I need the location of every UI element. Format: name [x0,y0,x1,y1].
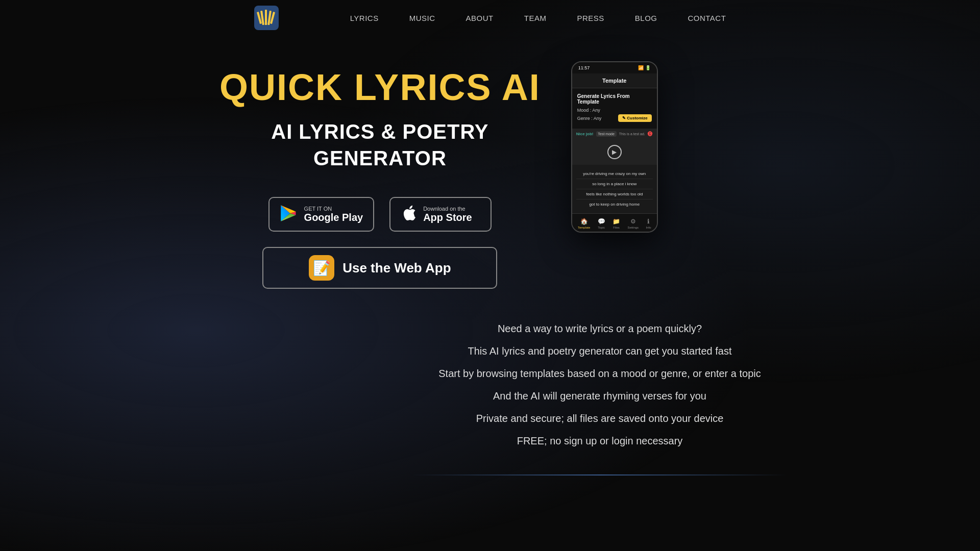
nav-link-about[interactable]: ABOUT [466,14,494,22]
phone-indicators: 📶 🔋 [638,65,651,70]
phone-play-button[interactable]: ▶ [607,145,622,159]
phone-customize-button[interactable]: ✎ Customize [618,114,652,122]
main-content: QUICK LYRICS AI AI LYRICS & POETRY GENER… [0,36,980,527]
phone-time: 11:57 [578,65,590,70]
description-section: Need a way to write lyrics or a poem qui… [329,289,870,474]
google-play-icon [280,204,298,224]
navigation: LYRICS MUSIC ABOUT TEAM PRESS BLOG CONTA… [0,0,980,36]
nav-link-contact[interactable]: CONTACT [688,14,726,22]
phone-ad-bar: Nice job! Test mode This is a test ad. 🅒 [572,129,657,139]
google-play-text: GET IT ON Google Play [304,206,363,223]
phone-genre-row: Genre : Any ✎ Customize [577,114,652,122]
phone-nav-files[interactable]: 📁 Files [612,218,620,229]
phone-nav-info[interactable]: ℹ Info [646,218,651,229]
desc-line-2: This AI lyrics and poetry generator can … [329,342,870,360]
phone-test-mode: Test mode [596,131,617,137]
nav-link-blog[interactable]: BLOG [635,14,657,22]
store-buttons: GET IT ON Google Play Download on the Ap… [268,197,492,232]
phone-generate-section: Generate Lyrics From Template Mood : Any… [572,88,657,129]
phone-header: Template [572,73,657,88]
nav-logo[interactable] [254,6,279,30]
lyric-line-2: so long in a place i know [576,179,653,189]
hero-subtitle: AI LYRICS & POETRY GENERATOR [271,118,488,171]
phone-status-bar: 11:57 📶 🔋 [572,62,657,73]
hero-title: QUICK LYRICS AI [219,66,541,108]
desc-line-1: Need a way to write lyrics or a poem qui… [329,319,870,338]
web-app-icon: 📝 [309,255,334,281]
google-play-button[interactable]: GET IT ON Google Play [268,197,375,232]
section-divider [411,474,789,475]
desc-line-5: Private and secure; all files are saved … [329,409,870,428]
svg-rect-3 [265,10,267,25]
phone-mockup: 11:57 📶 🔋 Template Generate Lyrics From … [571,61,658,233]
phone-generate-title: Generate Lyrics From Template [577,93,652,105]
hero-left: QUICK LYRICS AI AI LYRICS & POETRY GENER… [219,66,541,289]
desc-line-6: FREE; no sign up or login necessary [329,432,870,450]
desc-line-3: Start by browsing templates based on a m… [329,364,870,383]
lyric-line-4: got to keep on driving home [576,199,653,209]
nav-links: LYRICS MUSIC ABOUT TEAM PRESS BLOG CONTA… [350,14,726,22]
nav-link-team[interactable]: TEAM [524,14,547,22]
nav-link-music[interactable]: MUSIC [409,14,435,22]
apple-icon [401,205,417,223]
phone-nav-topic[interactable]: 💬 Topic [598,218,605,229]
nav-link-press[interactable]: PRESS [577,14,604,22]
phone-lyrics: you're driving me crazy on my own so lon… [572,165,657,213]
lyric-line-3: feels like nothing worlds too old [576,189,653,199]
phone-video-area[interactable]: ▶ [572,139,657,165]
app-store-button[interactable]: Download on the App Store [389,197,492,232]
app-store-text: Download on the App Store [423,206,472,223]
phone-nav-template[interactable]: 🏠 Template [578,218,590,229]
hero-section: QUICK LYRICS AI AI LYRICS & POETRY GENER… [219,66,980,289]
nav-link-lyrics[interactable]: LYRICS [350,14,379,22]
phone-mood-row: Mood : Any [577,108,652,113]
desc-line-4: And the AI will generate rhyming verses … [329,387,870,405]
lyric-line-1: you're driving me crazy on my own [576,169,653,179]
phone-bottom-nav: 🏠 Template 💬 Topic 📁 Files ⚙ Settings ℹ [572,213,657,232]
web-app-button[interactable]: 📝 Use the Web App [262,247,497,289]
phone-nav-settings[interactable]: ⚙ Settings [627,218,639,229]
